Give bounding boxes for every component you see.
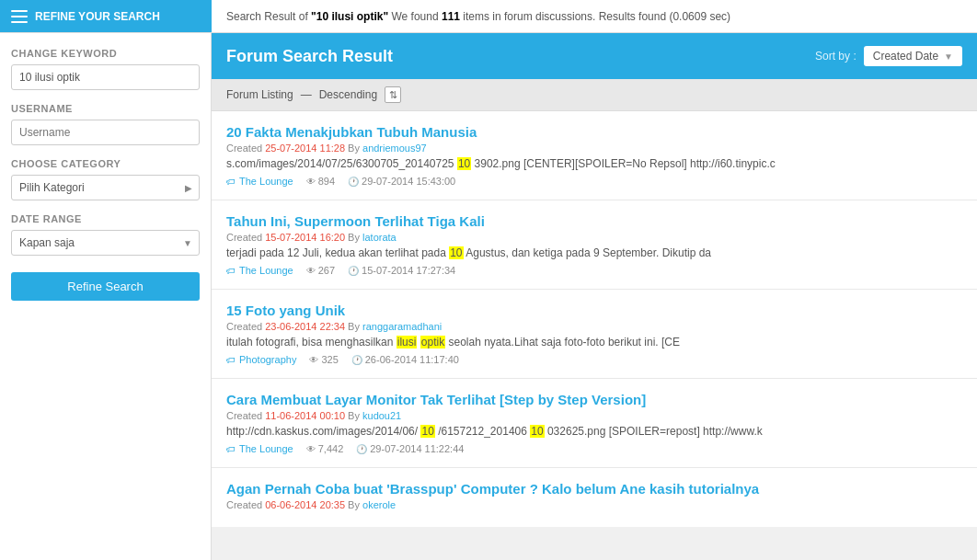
sort-area: Sort by : Created Date ▼ bbox=[815, 46, 962, 66]
clock-icon bbox=[348, 176, 359, 187]
result-count: 111 bbox=[442, 10, 460, 23]
result-meta: Created 11-06-2014 00:10 By kudou21 bbox=[226, 410, 962, 421]
result-footer: Photography 325 26-06-2014 11:17:40 bbox=[226, 354, 962, 365]
sidebar: CHANGE KEYWORD USERNAME CHOOSE CATEGORY … bbox=[0, 33, 212, 560]
sort-dropdown-arrow-icon: ▼ bbox=[944, 51, 953, 62]
eye-icon bbox=[309, 354, 318, 365]
result-suffix: items in forum discussions. Results foun… bbox=[460, 10, 730, 23]
result-footer: The Lounge 267 15-07-2014 17:27:34 bbox=[226, 265, 962, 276]
search-query: "10 ilusi optik" bbox=[311, 10, 388, 23]
tag-value: Photography bbox=[239, 354, 296, 365]
result-footer: The Lounge 894 29-07-2014 15:43:00 bbox=[226, 176, 962, 187]
sort-dropdown[interactable]: Created Date ▼ bbox=[864, 46, 962, 66]
result-views: 7,442 bbox=[306, 443, 344, 454]
tag-icon bbox=[226, 176, 236, 187]
username-input[interactable] bbox=[11, 120, 200, 145]
result-author[interactable]: okerole bbox=[362, 499, 396, 510]
search-result-summary: Search Result of "10 ilusi optik" We fou… bbox=[212, 10, 977, 23]
result-title[interactable]: Cara Membuat Layar Monitor Tak Terlihat … bbox=[226, 392, 962, 407]
result-date: 29-07-2014 11:22:44 bbox=[356, 443, 464, 454]
content-area: Forum Search Result Sort by : Created Da… bbox=[212, 33, 977, 560]
result-tag: The Lounge bbox=[226, 176, 293, 187]
forum-listing-label: Forum Listing bbox=[226, 88, 293, 101]
date-range-label: DATE RANGE bbox=[11, 213, 200, 224]
result-snippet: s.com/images/2014/07/25/6300705_20140725… bbox=[226, 157, 870, 170]
views-count: 894 bbox=[318, 176, 335, 187]
choose-category-label: CHOOSE CATEGORY bbox=[11, 158, 200, 169]
result-meta: Created 15-07-2014 16:20 By latorata bbox=[226, 232, 962, 243]
date-value: 29-07-2014 15:43:00 bbox=[362, 176, 455, 187]
result-item: Tahun Ini, Supermoon Terlihat Tiga Kali … bbox=[212, 200, 977, 290]
clock-icon bbox=[348, 265, 359, 276]
result-item: 15 Foto yang Unik Created 23-06-2014 22:… bbox=[212, 290, 977, 379]
tag-icon bbox=[226, 443, 236, 454]
date-value: 26-06-2014 11:17:40 bbox=[365, 354, 459, 365]
result-author[interactable]: ranggaramadhani bbox=[362, 321, 442, 332]
tag-value: The Lounge bbox=[239, 443, 293, 454]
result-tag: The Lounge bbox=[226, 265, 293, 276]
refine-search-button[interactable]: Refine Search bbox=[11, 272, 200, 301]
result-we-found: We found bbox=[388, 10, 442, 23]
date-value: 15-07-2014 17:27:34 bbox=[362, 265, 455, 276]
result-date: 26-06-2014 11:17:40 bbox=[351, 354, 459, 365]
result-views: 894 bbox=[306, 176, 335, 187]
result-meta: Created 25-07-2014 11:28 By andriemous97 bbox=[226, 143, 962, 154]
result-date: 29-07-2014 15:43:00 bbox=[348, 176, 455, 187]
eye-icon bbox=[306, 443, 316, 454]
eye-icon bbox=[306, 265, 316, 276]
result-meta: Created 23-06-2014 22:34 By ranggaramadh… bbox=[226, 321, 962, 332]
views-count: 7,442 bbox=[318, 443, 344, 454]
username-label: USERNAME bbox=[11, 103, 200, 114]
listing-bar: Forum Listing — Descending ⇅ bbox=[212, 79, 977, 111]
result-item: Agan Pernah Coba buat 'Brasspup' Compute… bbox=[212, 468, 977, 527]
views-count: 267 bbox=[318, 265, 335, 276]
date-value: 29-07-2014 11:22:44 bbox=[370, 443, 464, 454]
result-author[interactable]: latorata bbox=[362, 232, 397, 243]
change-keyword-label: CHANGE KEYWORD bbox=[11, 48, 200, 59]
result-meta: Created 06-06-2014 20:35 By okerole bbox=[226, 499, 962, 510]
listing-sort-icon[interactable]: ⇅ bbox=[385, 86, 401, 103]
tag-icon bbox=[226, 354, 236, 365]
result-snippet: terjadi pada 12 Juli, kedua akan terliha… bbox=[226, 246, 870, 259]
refine-search-bar[interactable]: REFINE YOUR SEARCH bbox=[0, 0, 212, 32]
result-views: 325 bbox=[309, 354, 338, 365]
result-author[interactable]: andriemous97 bbox=[362, 143, 427, 154]
forum-search-title: Forum Search Result bbox=[226, 47, 393, 66]
sort-by-label: Sort by : bbox=[815, 50, 856, 63]
result-title[interactable]: Tahun Ini, Supermoon Terlihat Tiga Kali bbox=[226, 213, 962, 229]
result-title[interactable]: 20 Fakta Menakjubkan Tubuh Manusia bbox=[226, 124, 962, 140]
result-list: 20 Fakta Menakjubkan Tubuh Manusia Creat… bbox=[212, 111, 977, 527]
result-author[interactable]: kudou21 bbox=[362, 410, 401, 421]
tag-value: The Lounge bbox=[239, 265, 293, 276]
eye-icon bbox=[306, 176, 316, 187]
result-snippet: http://cdn.kaskus.com/images/2014/06/ 10… bbox=[226, 425, 870, 438]
result-tag: The Lounge bbox=[226, 443, 293, 454]
result-prefix: Search Result of bbox=[226, 10, 311, 23]
category-select[interactable]: Pilih Kategori bbox=[11, 175, 200, 200]
sort-value: Created Date bbox=[873, 50, 938, 63]
result-footer: The Lounge 7,442 29-07-2014 11:22:44 bbox=[226, 443, 962, 454]
views-count: 325 bbox=[321, 354, 338, 365]
listing-separator: — bbox=[301, 88, 312, 101]
result-views: 267 bbox=[306, 265, 335, 276]
listing-order: Descending bbox=[319, 88, 377, 101]
result-date: 15-07-2014 17:27:34 bbox=[348, 265, 455, 276]
result-item: 20 Fakta Menakjubkan Tubuh Manusia Creat… bbox=[212, 111, 977, 200]
tag-value: The Lounge bbox=[239, 176, 293, 187]
date-range-select-wrapper: Kapan saja ▼ bbox=[11, 230, 200, 256]
tag-icon bbox=[226, 265, 236, 276]
hamburger-icon[interactable] bbox=[11, 10, 28, 23]
result-title[interactable]: 15 Foto yang Unik bbox=[226, 303, 962, 318]
result-snippet: itulah fotografi, bisa menghasilkan ilus… bbox=[226, 336, 870, 349]
refine-search-label: REFINE YOUR SEARCH bbox=[35, 10, 160, 23]
result-title[interactable]: Agan Pernah Coba buat 'Brasspup' Compute… bbox=[226, 481, 962, 497]
date-range-select[interactable]: Kapan saja bbox=[11, 230, 200, 256]
result-item: Cara Membuat Layar Monitor Tak Terlihat … bbox=[212, 379, 977, 468]
forum-search-header: Forum Search Result Sort by : Created Da… bbox=[212, 33, 977, 79]
keyword-input[interactable] bbox=[11, 64, 200, 90]
clock-icon bbox=[356, 443, 367, 454]
clock-icon bbox=[351, 354, 362, 365]
result-tag: Photography bbox=[226, 354, 296, 365]
category-select-wrapper: Pilih Kategori ▶ bbox=[11, 175, 200, 200]
